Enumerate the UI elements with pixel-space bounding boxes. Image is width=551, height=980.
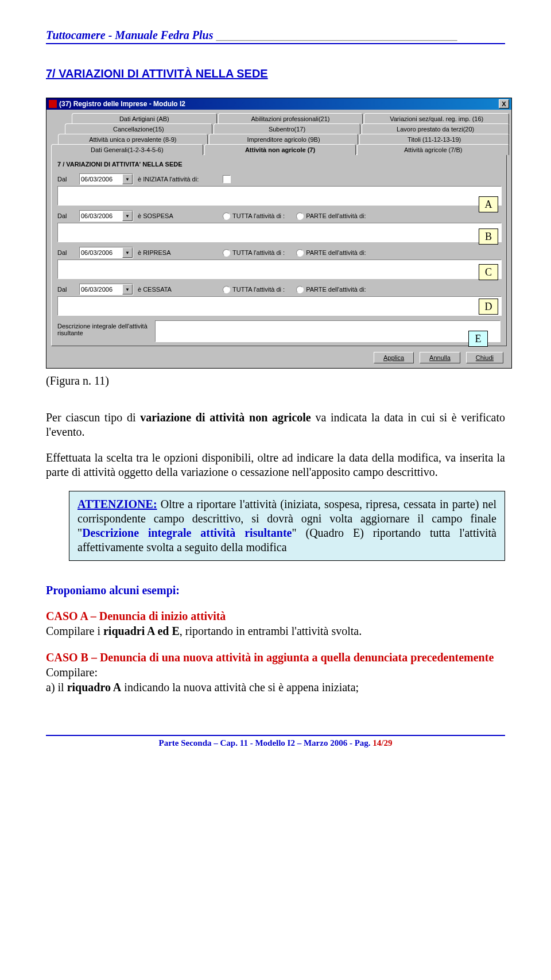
section-title: 7/ VARIAZIONI DI ATTIVITÀ NELLA SEDE <box>46 67 505 80</box>
label-ripresa: è RIPRESA <box>138 249 218 256</box>
tab-dati-generali[interactable]: Dati Generali(1-2-3-4-5-6) <box>51 144 203 155</box>
text-iniziata[interactable] <box>57 186 502 206</box>
callout-c: C <box>479 264 498 280</box>
label-cessata: è CESSATA <box>138 286 218 293</box>
header-title: Tuttocamere - Manuale Fedra Plus <box>46 29 213 41</box>
row-sospesa: Dal ▼ è SOSPESA TUTTA l'attività di : PA… <box>57 210 500 222</box>
tab-titoli[interactable]: Titoli (11-12-13-19) <box>359 134 509 145</box>
date-cessata[interactable]: ▼ <box>79 284 133 295</box>
tab-abilitazioni[interactable]: Abilitazioni professionali(21) <box>218 113 363 124</box>
tab-attivita-agricole[interactable]: Attività agricole (7/B) <box>357 144 509 155</box>
case-b: CASO B – Denuncia di una nuova attività … <box>46 650 505 695</box>
examples-heading: Proponiamo alcuni esempi: <box>46 584 505 597</box>
text-descrizione-integrale[interactable] <box>155 320 500 342</box>
label-sospesa: è SOSPESA <box>138 212 218 219</box>
callout-a: A <box>479 196 498 212</box>
tabs-area: Dati Artigiani (AB) Abilitazioni profess… <box>46 110 511 368</box>
date-dropdown-icon[interactable]: ▼ <box>122 211 133 221</box>
radio-sospesa-parte[interactable] <box>296 212 304 220</box>
label-descrizione: Descrizione integrale dell'attività risu… <box>57 320 149 336</box>
window-titlebar: (37) Registro delle Imprese - Modulo I2 … <box>46 98 511 110</box>
paragraph-1: Per ciascun tipo di variazione di attivi… <box>46 410 505 439</box>
text-ripresa[interactable] <box>57 259 502 279</box>
date-sospesa[interactable]: ▼ <box>79 210 133 222</box>
chiudi-button[interactable]: Chiudi <box>466 352 503 363</box>
row-cessata: Dal ▼ è CESSATA TUTTA l'attività di : PA… <box>57 284 500 295</box>
attention-label: ATTENZIONE: <box>77 498 157 510</box>
radio-sospesa-tutta[interactable] <box>223 212 230 220</box>
label-dal: Dal <box>57 212 75 219</box>
label-iniziata: è INIZIATA l'attività di: <box>138 176 218 183</box>
date-dropdown-icon[interactable]: ▼ <box>122 174 133 184</box>
radio-cessata-parte[interactable] <box>296 286 304 293</box>
attention-box: ATTENZIONE: Oltre a riportare l'attività… <box>69 491 505 561</box>
tab-attivita-non-agricole[interactable]: Attività non agricole (7) <box>204 144 356 155</box>
row-descrizione-integrale: Descrizione integrale dell'attività risu… <box>57 320 500 342</box>
tab-dati-artigiani[interactable]: Dati Artigiani (AB) <box>72 113 217 124</box>
button-row: Applica Annulla Chiudi <box>49 350 509 368</box>
callout-e: E <box>468 331 488 347</box>
app-window: (37) Registro delle Imprese - Modulo I2 … <box>46 98 512 369</box>
tab-subentro[interactable]: Subentro(17) <box>214 123 361 134</box>
tab-attivita-unica[interactable]: Attività unica o prevalente (8-9) <box>58 134 208 145</box>
header-line: ________________________________________… <box>216 29 457 41</box>
label-dal: Dal <box>57 249 75 256</box>
page-footer: Parte Seconda – Cap. 11 - Modello I2 – M… <box>46 735 505 748</box>
panel-title: 7 / VARIAZIONI DI ATTIVITA' NELLA SEDE <box>57 161 500 168</box>
form-panel: 7 / VARIAZIONI DI ATTIVITA' NELLA SEDE D… <box>51 154 507 346</box>
date-dropdown-icon[interactable]: ▼ <box>122 284 133 295</box>
case-a: CASO A – Denuncia di inizio attività Com… <box>46 609 505 638</box>
close-button[interactable]: X <box>499 99 509 109</box>
applica-button[interactable]: Applica <box>374 352 414 363</box>
figure-caption: (Figura n. 11) <box>46 374 505 388</box>
label-dal: Dal <box>57 176 75 183</box>
case-a-title: CASO A – Denuncia di inizio attività <box>46 609 505 623</box>
callout-d: D <box>479 299 498 315</box>
radio-ripresa-tutta[interactable] <box>223 249 230 257</box>
text-cessata[interactable] <box>57 296 502 316</box>
radio-cessata-tutta[interactable] <box>223 286 230 293</box>
checkbox-iniziata[interactable] <box>223 175 231 183</box>
case-b-title: CASO B – Denuncia di una nuova attività … <box>46 650 505 665</box>
paragraph-2: Effettuata la scelta tra le opzioni disp… <box>46 451 505 479</box>
screenshot-container: (37) Registro delle Imprese - Modulo I2 … <box>46 98 505 369</box>
date-ripresa[interactable]: ▼ <box>79 247 133 258</box>
window-title: (37) Registro delle Imprese - Modulo I2 <box>59 100 185 108</box>
date-input-ripresa[interactable] <box>80 249 122 256</box>
label-dal: Dal <box>57 286 75 293</box>
date-dropdown-icon[interactable]: ▼ <box>122 247 133 258</box>
date-input-sospesa[interactable] <box>80 212 122 219</box>
row-iniziata: Dal ▼ è INIZIATA l'attività di: <box>57 173 500 185</box>
page-number: 14/29 <box>372 738 392 747</box>
row-ripresa: Dal ▼ è RIPRESA TUTTA l'attività di : PA… <box>57 247 500 258</box>
close-icon: X <box>502 101 506 107</box>
tab-lavoro-terzi[interactable]: Lavoro prestato da terzi(20) <box>362 123 509 134</box>
date-iniziata[interactable]: ▼ <box>79 173 133 185</box>
callout-b: B <box>479 228 498 245</box>
text-sospesa[interactable] <box>57 223 502 242</box>
annulla-button[interactable]: Annulla <box>420 352 460 363</box>
tab-variazioni-sez[interactable]: Variazioni sez/qual. reg. imp. (16) <box>364 113 509 124</box>
date-input-cessata[interactable] <box>80 286 122 293</box>
app-icon <box>49 100 57 108</box>
tab-cancellazione[interactable]: Cancellazione(15) <box>65 123 212 134</box>
page-header: Tuttocamere - Manuale Fedra Plus _______… <box>46 29 505 44</box>
radio-ripresa-parte[interactable] <box>296 249 304 257</box>
tab-imprenditore-agricolo[interactable]: Imprenditore agricolo (9B) <box>209 134 359 145</box>
date-input-iniziata[interactable] <box>80 176 122 183</box>
